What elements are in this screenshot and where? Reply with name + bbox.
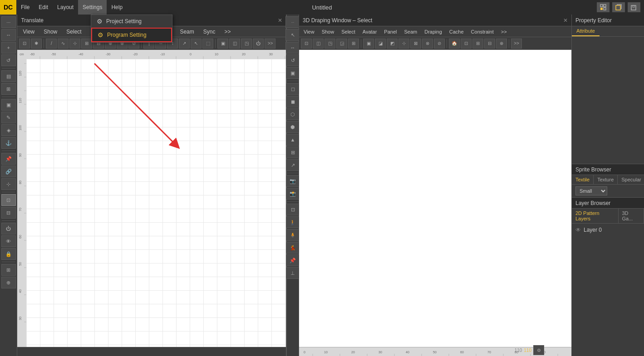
menu-2d-seam[interactable]: Seam bbox=[176, 26, 197, 37]
sprite-tab-specular[interactable]: Specular bbox=[618, 175, 644, 184]
menu-3d-cache[interactable]: Cache bbox=[447, 26, 467, 37]
tool-active[interactable]: ⊡ bbox=[1, 194, 16, 206]
tb-2d-18[interactable]: ◫ bbox=[229, 39, 240, 49]
tb-3d-1[interactable]: ⊡ bbox=[301, 39, 312, 49]
menu-help[interactable]: Help bbox=[107, 0, 127, 15]
menu-2d-view[interactable]: View bbox=[19, 26, 38, 37]
menu-2d-select[interactable]: Select bbox=[63, 26, 85, 37]
tool-edit[interactable]: ✎ bbox=[1, 112, 16, 123]
menu-3d-more[interactable]: >> bbox=[498, 26, 510, 37]
window-3d-close[interactable]: ✕ bbox=[563, 17, 568, 24]
window-2d-close[interactable]: ✕ bbox=[278, 17, 282, 24]
tool-3d-pin[interactable]: 📌 bbox=[285, 254, 300, 266]
tb-3d-8[interactable]: ◩ bbox=[387, 39, 398, 49]
tool-measure[interactable]: ▤ bbox=[1, 70, 16, 82]
menu-2d-more[interactable]: >> bbox=[221, 26, 234, 37]
sprite-size-dropdown[interactable]: Small Medium Large bbox=[575, 186, 607, 195]
tb-2d-19[interactable]: ◳ bbox=[241, 39, 252, 49]
window-minimize[interactable] bbox=[597, 2, 610, 12]
tb-3d-12[interactable]: ⊘ bbox=[434, 39, 445, 49]
tool-add[interactable]: + bbox=[1, 42, 16, 54]
tb-3d-15[interactable]: ⊟ bbox=[484, 39, 495, 49]
menu-2d-sync[interactable]: Sync bbox=[200, 26, 219, 37]
tool-3d-hex[interactable]: ⬢ bbox=[285, 121, 300, 133]
tool-stitch[interactable]: ⊹ bbox=[1, 178, 16, 190]
tool-3d-arr[interactable]: ↗ bbox=[285, 159, 300, 171]
tb-2d-16[interactable]: ⬚ bbox=[202, 39, 213, 49]
tb-3d-9[interactable]: ⊹ bbox=[398, 39, 409, 49]
tb-3d-settings[interactable]: ⚙ bbox=[533, 345, 544, 355]
tb-2d-1[interactable]: ⊡ bbox=[19, 39, 30, 49]
tb-2d-3[interactable]: / bbox=[46, 39, 57, 49]
window-restore[interactable] bbox=[612, 2, 625, 12]
tool-anchor[interactable]: ⚓ bbox=[1, 137, 16, 149]
tool-pattern[interactable]: ⊟ bbox=[1, 207, 16, 219]
menu-3d-seam[interactable]: Seam bbox=[402, 26, 420, 37]
tool-bottom[interactable]: ⊕ bbox=[1, 277, 16, 288]
menu-3d-avatar[interactable]: Avatar bbox=[360, 26, 380, 37]
menu-3d-view[interactable]: View bbox=[301, 26, 317, 37]
menu-3d-select[interactable]: Select bbox=[339, 26, 358, 37]
tool-pin[interactable]: 📌 bbox=[1, 153, 16, 165]
layer-item-0[interactable]: 👁 Layer 0 bbox=[572, 225, 644, 234]
tool-select[interactable]: ▣ bbox=[1, 99, 16, 111]
tool-3d-pose[interactable]: 🧍 bbox=[285, 229, 300, 241]
tool-scale[interactable]: ⊞ bbox=[1, 83, 16, 95]
tb-3d-13[interactable]: ⊡ bbox=[461, 39, 472, 49]
tb-2d-5[interactable]: ⊹ bbox=[69, 39, 80, 49]
tb-3d-house[interactable]: 🏠 bbox=[449, 39, 460, 49]
program-setting-item[interactable]: ⚙ Program Setting bbox=[91, 28, 172, 42]
tb-2d-15[interactable]: ↖ bbox=[191, 39, 202, 49]
menu-3d-show[interactable]: Show bbox=[319, 26, 337, 37]
tool-3d-tri[interactable]: ▲ bbox=[285, 134, 300, 146]
tb-3d-2[interactable]: ◫ bbox=[313, 39, 324, 49]
tb-3d-5[interactable]: ⊞ bbox=[348, 39, 359, 49]
tb-3d-7[interactable]: ◪ bbox=[375, 39, 386, 49]
menu-layout[interactable]: Layout bbox=[53, 0, 78, 15]
menu-edit[interactable]: Edit bbox=[34, 0, 53, 15]
tool-3d-box[interactable]: ⊞ bbox=[285, 146, 300, 158]
tool-link[interactable]: 🔗 bbox=[1, 166, 16, 177]
tool-3d-cam2[interactable]: 📸 bbox=[285, 188, 300, 200]
sprite-tab-textile[interactable]: Textile bbox=[572, 175, 594, 184]
tool-3d-sphere[interactable]: ⬡ bbox=[285, 108, 300, 120]
tool-3d-cube[interactable]: ◻ bbox=[285, 83, 300, 95]
menu-3d-draping[interactable]: Draping bbox=[422, 26, 445, 37]
tb-3d-more[interactable]: >> bbox=[511, 39, 522, 49]
tool-3d-bottom[interactable]: ⊥ bbox=[285, 267, 300, 279]
tb-2d-17[interactable]: ▣ bbox=[217, 39, 228, 49]
layer-tab-2d[interactable]: 2D Pattern Layers bbox=[572, 209, 619, 223]
tb-3d-14[interactable]: ⊞ bbox=[472, 39, 483, 49]
tool-power[interactable]: ⏻ bbox=[1, 223, 16, 234]
tb-2d-2[interactable]: ✱ bbox=[31, 39, 42, 49]
tool-3d-scale[interactable]: ▣ bbox=[285, 67, 300, 79]
tool-3d-cam[interactable]: 📷 bbox=[285, 175, 300, 187]
tool-3d-grid[interactable]: ⊡ bbox=[285, 204, 300, 215]
tb-3d-3[interactable]: ◳ bbox=[324, 39, 335, 49]
tool-3d-select[interactable]: ↖ bbox=[285, 29, 300, 41]
tb-2d-14[interactable]: ↗ bbox=[179, 39, 190, 49]
tool-3d-rotate[interactable]: ↺ bbox=[285, 54, 300, 66]
tool-3d-move[interactable]: ↔ bbox=[285, 42, 300, 54]
tool-grid[interactable]: ⊞ bbox=[1, 264, 16, 276]
layer-eye-icon[interactable]: 👁 bbox=[575, 227, 581, 233]
menu-settings[interactable]: Settings bbox=[78, 0, 107, 15]
menu-3d-constraint[interactable]: Constraint bbox=[468, 26, 497, 37]
tool-move[interactable]: ↔ bbox=[1, 29, 16, 41]
prop-tab-attribute[interactable]: Attribute bbox=[572, 26, 600, 36]
tool-3d-dance[interactable]: 💃 bbox=[285, 242, 300, 254]
menu-3d-panel[interactable]: Panel bbox=[381, 26, 399, 37]
menu-2d-show[interactable]: Show bbox=[40, 26, 61, 37]
project-setting-item[interactable]: ⚙ Project Setting bbox=[91, 15, 172, 28]
tool-3d-cube2[interactable]: ◼ bbox=[285, 96, 300, 107]
layer-tab-3d[interactable]: 3D Ga... bbox=[619, 209, 644, 223]
tb-2d-more[interactable]: >> bbox=[265, 39, 275, 49]
sprite-tab-texture[interactable]: Texture bbox=[594, 175, 618, 184]
window-close[interactable] bbox=[628, 2, 640, 12]
tool-lock[interactable]: 🔒 bbox=[1, 248, 16, 260]
tb-3d-10[interactable]: ⊠ bbox=[410, 39, 421, 49]
tb-3d-16[interactable]: ⊕ bbox=[496, 39, 507, 49]
tb-2d-20[interactable]: ⏻ bbox=[253, 39, 264, 49]
tb-3d-6[interactable]: ▣ bbox=[363, 39, 374, 49]
tool-rotate[interactable]: ↺ bbox=[1, 54, 16, 66]
